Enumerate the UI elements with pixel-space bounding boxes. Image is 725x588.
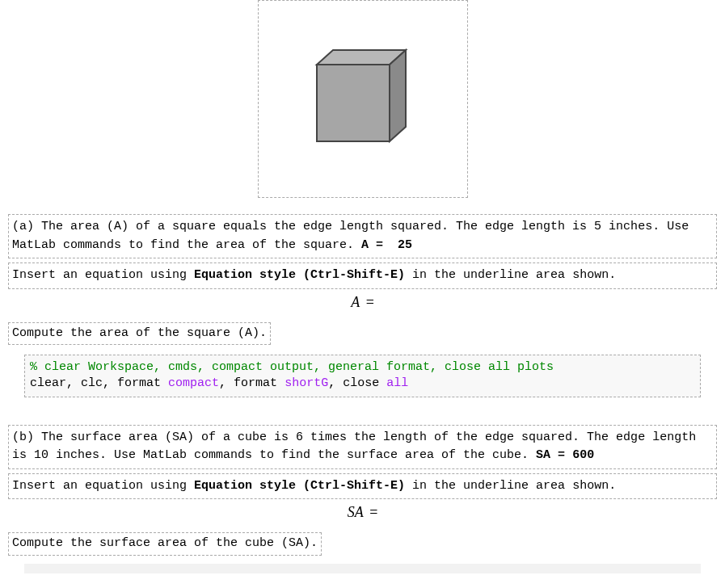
cube-illustration-frame <box>258 0 468 198</box>
section-b-answer-label: SA = <box>536 448 572 462</box>
section-a-compute: Compute the area of the square (A). <box>8 322 271 346</box>
section-b-answer-value: 600 <box>572 448 594 462</box>
code-block-b-empty[interactable] <box>24 564 701 573</box>
section-b-compute: Compute the surface area of the cube (SA… <box>8 532 322 556</box>
section-a-compute-text: Compute the area of the square (A). <box>12 326 267 340</box>
insert-eq-text-1b: Insert an equation using <box>12 479 194 493</box>
code-text: , close <box>328 376 386 390</box>
svg-marker-2 <box>390 50 406 141</box>
code-keyword: format <box>117 376 161 390</box>
section-a-answer-value: 25 <box>398 238 412 252</box>
cube-illustration <box>302 40 424 158</box>
equation-b: SA = <box>0 504 725 521</box>
code-text: , <box>219 376 234 390</box>
section-a-answer-label: A = <box>361 238 390 252</box>
code-text: clear, clc, <box>30 376 117 390</box>
section-b-insert-equation: Insert an equation using Equation style … <box>8 473 717 500</box>
code-arg: compact <box>168 376 219 390</box>
code-comment: % clear Workspace, cmds, compact output,… <box>30 360 554 374</box>
insert-eq-text-2b: in the underline area shown. <box>405 479 616 493</box>
code-text <box>277 376 285 390</box>
section-a-question-text: (a) The area (A) of a square equals the … <box>12 220 689 252</box>
equation-b-eq: = <box>366 504 378 520</box>
equation-b-var: SA <box>348 504 364 520</box>
equation-a-var: A <box>351 294 360 310</box>
equation-a-eq: = <box>362 294 374 310</box>
section-a-insert-equation: Insert an equation using Equation style … <box>8 262 717 289</box>
insert-eq-text-2: in the underline area shown. <box>405 268 616 282</box>
insert-eq-bold: Equation style (Ctrl-Shift-E) <box>194 268 405 282</box>
insert-eq-bold-b: Equation style (Ctrl-Shift-E) <box>194 479 405 493</box>
code-text <box>161 376 168 390</box>
code-arg: shortG <box>285 376 328 390</box>
section-b-compute-text: Compute the surface area of the cube (SA… <box>12 536 318 550</box>
insert-eq-text-1: Insert an equation using <box>12 268 194 282</box>
code-arg: all <box>386 376 408 390</box>
code-block-a[interactable]: % clear Workspace, cmds, compact output,… <box>24 355 701 397</box>
section-b-question: (b) The surface area (SA) of a cube is 6… <box>8 425 717 469</box>
section-a-question: (a) The area (A) of a square equals the … <box>8 214 717 258</box>
svg-marker-1 <box>317 65 390 141</box>
equation-a: A = <box>0 294 725 311</box>
code-keyword: format <box>234 376 277 390</box>
